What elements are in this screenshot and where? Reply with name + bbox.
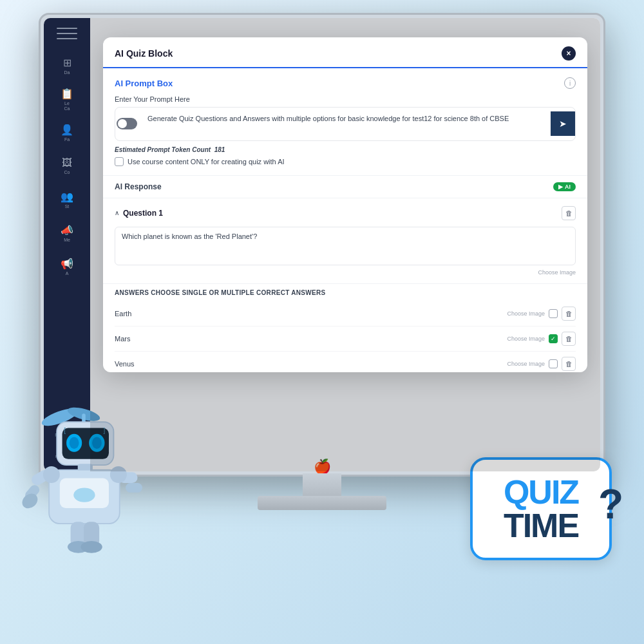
sidebar-label-da: Da [64, 70, 70, 75]
answer-actions-0: Choose Image🗑 [507, 307, 576, 321]
answer-text-2: Venus [115, 360, 507, 368]
info-icon[interactable]: i [564, 77, 576, 89]
answers-label: ANSWERS Choose single or multiple correc… [115, 289, 576, 296]
answer-row: EarthChoose Image🗑 [115, 301, 576, 327]
sidebar-item-content[interactable]: 🖼 Co [53, 152, 81, 180]
prompt-input-wrapper: Generate Quiz Questions and Answers with… [115, 107, 576, 141]
token-count: Estimated Prompt Token Count 181 [115, 146, 576, 153]
course-content-checkbox[interactable] [115, 157, 124, 166]
ai-response-title: AI Response [115, 182, 162, 191]
delete-answer-btn-1[interactable]: 🗑 [562, 332, 576, 346]
screen-inner: ⊞ Da 📋 LeCa 👤 Fa 🖼 Co 👥 St [44, 18, 600, 471]
sidebar-item-lessons[interactable]: 📋 LeCa [53, 85, 81, 113]
svg-rect-18 [126, 483, 142, 493]
monitor-stand-base [258, 496, 386, 510]
enter-prompt-label: Enter Your Prompt Here [115, 95, 576, 103]
content-icon: 🖼 [62, 157, 72, 169]
modal-title: AI Quiz Block [115, 48, 173, 59]
svg-point-19 [43, 466, 60, 483]
sidebar-label-co: Co [64, 170, 70, 175]
svg-point-25 [73, 488, 95, 502]
svg-point-24 [80, 541, 102, 553]
lessons-icon: 📋 [61, 88, 73, 100]
prompt-box-header: AI Prompt Box i [115, 77, 576, 89]
prompt-box-section: AI Prompt Box i Enter Your Prompt Here G… [103, 68, 587, 176]
toggle-wrapper [117, 118, 140, 129]
sidebar-toggle[interactable] [57, 26, 77, 41]
token-number: 181 [214, 146, 225, 153]
svg-text:[: [ [63, 427, 67, 434]
prompt-meta: Estimated Prompt Token Count 181 Use cou… [115, 146, 576, 166]
faculty-icon: 👤 [61, 124, 73, 136]
answers-section: ANSWERS Choose single or multiple correc… [103, 284, 587, 372]
ai-response-header: AI Response ▶ AI [103, 176, 587, 198]
marketing-icon: 📣 [61, 224, 73, 236]
sidebar-label-st: St [65, 204, 70, 209]
sidebar-label-le: LeCa [64, 101, 70, 111]
toggle-switch[interactable] [117, 118, 137, 129]
monitor-stand-neck [303, 473, 341, 499]
svg-point-6 [70, 437, 79, 450]
sidebar-item-dashboard[interactable]: ⊞ Da [53, 52, 81, 80]
sidebar-item-faculty[interactable]: 👤 Fa [53, 118, 81, 147]
answer-checkbox-1[interactable]: ✓ [549, 334, 558, 343]
answer-checkbox-0[interactable] [549, 309, 558, 318]
dashboard-icon: ⊞ [63, 57, 71, 69]
course-content-row: Use course content ONLY for creating qui… [115, 157, 576, 166]
prompt-box-title: AI Prompt Box [115, 79, 173, 88]
sidebar-item-students[interactable]: 👥 St [53, 185, 81, 214]
ai-quiz-modal: AI Quiz Block × AI Prompt Box i Enter Yo… [103, 37, 587, 372]
students-icon: 👥 [61, 191, 73, 203]
question-title-row: ∧ Question 1 [115, 209, 163, 218]
choose-image-btn-2[interactable]: Choose Image [507, 361, 545, 367]
time-text: TIME [504, 509, 578, 542]
sidebar-label-a: A [66, 271, 69, 276]
answer-actions-2: Choose Image🗑 [507, 357, 576, 371]
answer-text-1: Mars [115, 335, 507, 343]
modal-header: AI Quiz Block × [103, 37, 587, 68]
question-text-area[interactable]: Which planet is known as the 'Red Planet… [115, 227, 576, 265]
answer-text-0: Earth [115, 310, 507, 317]
answer-row: VenusChoose Image🗑 [115, 352, 576, 372]
choose-image-btn-0[interactable]: Choose Image [507, 310, 545, 317]
monitor-screen: ⊞ Da 📋 LeCa 👤 Fa 🖼 Co 👥 St [39, 13, 605, 477]
question-mark: ? [598, 480, 623, 528]
delete-question-button[interactable]: 🗑 [562, 206, 576, 220]
token-label: Estimated Prompt Token Count [115, 146, 211, 153]
quiz-time-badge: QUIZ TIME ? [470, 457, 612, 560]
course-content-label: Use course content ONLY for creating qui… [128, 158, 285, 166]
choose-image-btn-1[interactable]: Choose Image [507, 336, 545, 342]
choose-image-hint: Choose Image [115, 269, 576, 276]
main-content: AI Quiz Block × AI Prompt Box i Enter Yo… [90, 18, 600, 471]
announcements-icon: 📢 [61, 258, 73, 270]
prompt-textarea[interactable]: Generate Quiz Questions and Answers with… [140, 108, 551, 140]
close-button[interactable]: × [562, 46, 576, 61]
question-block: ∧ Question 1 🗑 Which planet is known as … [103, 198, 587, 284]
monitor-wrapper: ⊞ Da 📋 LeCa 👤 Fa 🖼 Co 👥 St [39, 13, 605, 528]
send-button[interactable]: ➤ [551, 111, 575, 136]
answers-container: EarthChoose Image🗑MarsChoose Image✓🗑Venu… [115, 301, 576, 372]
answer-actions-1: Choose Image✓🗑 [507, 332, 576, 346]
sidebar-label-me: Me [64, 238, 70, 243]
quiz-text: QUIZ [504, 475, 578, 509]
ai-icon-indicator: ▶ [558, 184, 563, 190]
answer-row: MarsChoose Image✓🗑 [115, 327, 576, 352]
delete-answer-btn-2[interactable]: 🗑 [562, 357, 576, 371]
question-header: ∧ Question 1 🗑 [115, 206, 576, 220]
sidebar-label-fa: Fa [64, 137, 70, 142]
delete-answer-btn-0[interactable]: 🗑 [562, 307, 576, 321]
ai-badge-label: AI [565, 184, 571, 190]
question-label: Question 1 [123, 209, 163, 218]
ai-badge: ▶ AI [553, 182, 576, 191]
modal-overlay: AI Quiz Block × AI Prompt Box i Enter Yo… [90, 18, 600, 471]
answer-checkbox-2[interactable] [549, 359, 558, 368]
sidebar-item-marketing[interactable]: 📣 Me [53, 219, 81, 247]
chevron-icon[interactable]: ∧ [115, 209, 119, 216]
sidebar-item-announcements[interactable]: 📢 A [53, 252, 81, 281]
